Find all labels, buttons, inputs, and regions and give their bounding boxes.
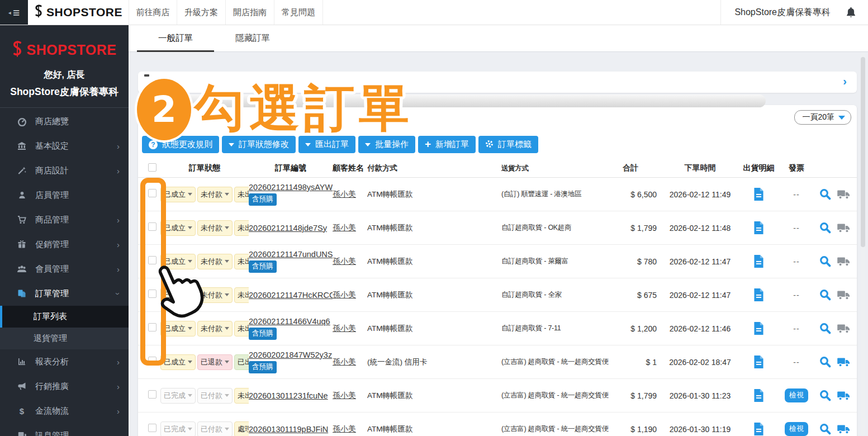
invoice-cell[interactable]: -- <box>793 324 799 333</box>
invoice-cell[interactable]: -- <box>793 291 799 300</box>
notification-bell-icon[interactable] <box>846 0 868 25</box>
sidebar-item-return-management[interactable]: 退貨管理 <box>0 328 129 349</box>
payment-state-select[interactable]: 未付款 <box>197 254 233 269</box>
shipping-state-select[interactable]: 未出貨 <box>234 220 249 236</box>
shipping-truck-icon[interactable] <box>837 256 851 267</box>
customer-link[interactable]: 孫小美 <box>333 357 356 366</box>
order-tags-button[interactable]: 訂單標籤 <box>478 136 538 153</box>
customer-link[interactable]: 孫小美 <box>333 257 356 266</box>
nav-faq[interactable]: 常見問題 <box>274 0 323 25</box>
row-checkbox[interactable] <box>148 256 156 264</box>
page-scrollbar[interactable] <box>861 53 865 436</box>
shipping-truck-icon[interactable] <box>837 189 851 200</box>
shipping-state-select[interactable]: 處理中 <box>234 421 249 436</box>
shipping-state-select[interactable]: 已出貨 <box>234 354 249 370</box>
shipping-detail-doc-icon[interactable] <box>753 221 764 234</box>
app-logo[interactable]: SHOPSTORE <box>28 0 129 25</box>
row-checkbox[interactable] <box>148 357 156 365</box>
customer-link[interactable]: 孫小美 <box>333 391 356 400</box>
sidebar-item-message-management[interactable]: 訊息管理 <box>0 423 129 436</box>
shipping-detail-doc-icon[interactable] <box>753 255 764 268</box>
nav-store-guide[interactable]: 開店指南 <box>226 0 274 25</box>
tab-general-orders[interactable]: 一般訂單 <box>137 25 214 51</box>
sidebar-item-staff-management[interactable]: 店員管理 <box>0 183 129 207</box>
view-order-icon[interactable] <box>819 188 831 200</box>
shipping-truck-icon[interactable] <box>837 390 851 401</box>
shipping-state-select[interactable]: 未出貨 <box>234 321 249 337</box>
customer-link[interactable]: 孫小美 <box>333 290 356 299</box>
order-number-link[interactable]: 202602121148jde7Sy <box>249 224 327 233</box>
shipping-detail-doc-icon[interactable] <box>753 356 764 368</box>
order-number-link[interactable]: 202601301119pBJFiN <box>249 425 328 434</box>
shipping-detail-doc-icon[interactable] <box>753 288 764 301</box>
view-order-icon[interactable] <box>819 356 831 368</box>
sidebar-item-payment-logistics[interactable]: $ 金流物流 › <box>0 399 129 423</box>
order-state-select[interactable]: 已完成 <box>160 421 196 436</box>
expand-chevron-icon[interactable]: › <box>843 75 847 88</box>
payment-state-select[interactable]: 已付款 <box>197 388 233 404</box>
shipping-truck-icon[interactable] <box>837 290 851 300</box>
order-number-link[interactable]: 202602121147undUNS <box>249 250 333 259</box>
shipping-truck-icon[interactable] <box>837 357 851 367</box>
row-checkbox[interactable] <box>148 390 156 399</box>
view-order-icon[interactable] <box>819 289 831 301</box>
sidebar-toggle-button[interactable]: ◂ ≡ <box>0 0 28 25</box>
shipping-detail-doc-icon[interactable] <box>753 423 764 435</box>
customer-link[interactable]: 孫小美 <box>333 424 356 433</box>
order-number-link[interactable]: 2026021211498ysAYW <box>249 183 333 192</box>
view-order-icon[interactable] <box>819 255 831 267</box>
sidebar-item-store-overview[interactable]: 商店總覽 <box>0 109 129 134</box>
order-state-select[interactable]: 已成立 <box>160 220 196 236</box>
shipping-detail-doc-icon[interactable] <box>753 389 764 402</box>
payment-state-select[interactable]: 未付款 <box>197 321 233 337</box>
order-number-link[interactable]: 202602021847W52y3z <box>249 350 332 359</box>
order-state-select[interactable]: 已成立 <box>160 187 196 202</box>
order-state-select[interactable]: 已完成 <box>160 388 196 404</box>
customer-link[interactable]: 孫小美 <box>333 324 356 333</box>
shipping-truck-icon[interactable] <box>837 323 851 334</box>
sidebar-item-member-management[interactable]: 會員管理 › <box>0 257 129 281</box>
payment-state-select[interactable]: 未付款 <box>197 187 233 202</box>
view-order-icon[interactable] <box>819 423 831 435</box>
shipping-truck-icon[interactable] <box>837 424 851 434</box>
invoice-cell[interactable]: -- <box>793 224 799 233</box>
row-checkbox[interactable] <box>148 222 156 231</box>
order-number-link[interactable]: 202602121147HcKRCO <box>249 291 333 300</box>
sidebar-item-order-management[interactable]: 訂單管理 › <box>0 281 129 306</box>
shipping-state-select[interactable]: 未出貨 <box>234 388 249 404</box>
invoice-cell[interactable]: -- <box>793 358 799 367</box>
invoice-cell[interactable]: 檢視 <box>785 422 808 436</box>
customer-link[interactable]: 孫小美 <box>333 223 356 232</box>
order-number-link[interactable]: 2026021211466V4uq6 <box>249 317 330 326</box>
customer-link[interactable]: 孫小美 <box>333 189 356 198</box>
order-state-select[interactable]: 已成立 <box>160 354 196 370</box>
scrollbar-thumb[interactable] <box>861 57 865 247</box>
invoice-cell[interactable]: -- <box>793 257 799 266</box>
sidebar-item-report-analysis[interactable]: 報表分析 › <box>0 349 129 374</box>
row-checkbox[interactable] <box>148 323 156 331</box>
payment-state-select[interactable]: 未付款 <box>197 220 233 236</box>
view-order-icon[interactable] <box>819 222 831 234</box>
invoice-cell[interactable]: -- <box>793 190 799 199</box>
order-number-link[interactable]: 2026013011231fcuNe <box>249 391 328 400</box>
shipping-state-select[interactable]: 未出貨 <box>234 254 249 269</box>
invoice-cell[interactable]: 檢視 <box>785 388 808 402</box>
shipping-detail-doc-icon[interactable] <box>753 322 764 335</box>
sidebar-item-order-list[interactable]: 訂單列表 <box>0 306 129 328</box>
payment-state-select[interactable]: 已付款 <box>197 421 233 436</box>
nav-go-to-store[interactable]: 前往商店 <box>129 0 177 25</box>
nav-upgrade-plan[interactable]: 升級方案 <box>177 0 226 25</box>
payment-state-select[interactable]: 已退款 <box>197 354 233 370</box>
sidebar-item-marketing[interactable]: 行銷推廣 › <box>0 374 129 399</box>
sidebar-item-product-management[interactable]: 商品管理 › <box>0 207 129 232</box>
sidebar-item-basic-settings[interactable]: 基本設定 › <box>0 134 129 158</box>
sidebar-item-store-design[interactable]: 商店設計 › <box>0 158 129 183</box>
account-store-name[interactable]: ShopStore皮膚保養專科 <box>720 0 846 25</box>
shipping-state-select[interactable]: 未出貨 <box>234 287 249 303</box>
shipping-detail-doc-icon[interactable] <box>753 188 764 201</box>
view-order-icon[interactable] <box>819 390 831 401</box>
row-checkbox[interactable] <box>148 189 156 197</box>
page-size-dropdown[interactable]: 一頁20筆 <box>794 110 851 125</box>
shipping-state-select[interactable]: 未出貨 <box>234 187 249 202</box>
row-checkbox[interactable] <box>148 424 156 432</box>
